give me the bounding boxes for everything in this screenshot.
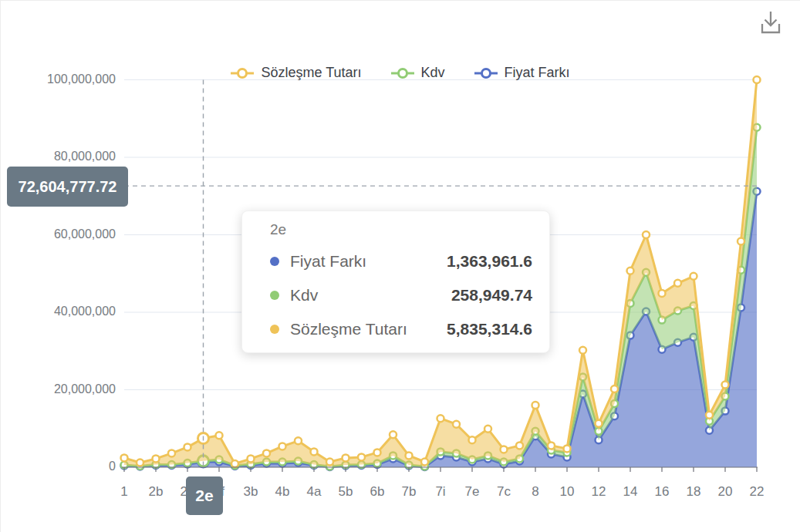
data-point-marker bbox=[437, 415, 444, 422]
series-dot-kdv bbox=[270, 291, 279, 300]
tooltip-row: Kdv 258,949.74 bbox=[270, 278, 532, 312]
tooltip-title: 2e bbox=[270, 221, 532, 238]
data-point-marker bbox=[295, 437, 302, 444]
data-point-marker bbox=[421, 459, 428, 466]
legend-item-kdv[interactable]: Kdv bbox=[391, 65, 445, 81]
y-axis-pointer-badge: 72,604,777.72 bbox=[7, 167, 128, 207]
tooltip-row: Sözleşme Tutarı 5,835,314.6 bbox=[270, 312, 532, 346]
data-point-marker bbox=[358, 453, 365, 460]
data-point-marker bbox=[548, 442, 555, 449]
y-axis-label: 40,000,000 bbox=[54, 305, 116, 318]
data-point-marker bbox=[579, 347, 586, 354]
data-point-marker bbox=[248, 455, 255, 462]
data-point-marker bbox=[263, 450, 270, 456]
tooltip-row: Fiyat Farkı 1,363,961.6 bbox=[270, 244, 532, 278]
data-point-marker bbox=[469, 436, 476, 443]
data-point-marker bbox=[390, 431, 397, 438]
data-point-marker bbox=[121, 454, 128, 461]
data-point-marker bbox=[516, 442, 523, 449]
y-axis-label: 60,000,000 bbox=[54, 227, 116, 241]
data-point-marker bbox=[453, 421, 460, 428]
y-axis-label: 0 bbox=[109, 460, 116, 473]
x-axis bbox=[122, 467, 758, 472]
x-axis-label: 22 bbox=[726, 484, 788, 500]
y-axis-label: 20,000,000 bbox=[54, 382, 116, 396]
tooltip-series-value: 5,835,314.6 bbox=[447, 320, 532, 338]
legend-item-label: Kdv bbox=[421, 65, 445, 81]
tooltip-series-label: Fiyat Farkı bbox=[290, 252, 366, 271]
data-point-marker bbox=[501, 446, 508, 453]
series-dot-sozlesme-tutari bbox=[270, 325, 279, 334]
data-point-marker bbox=[216, 432, 223, 439]
data-point-marker bbox=[153, 455, 160, 462]
tooltip-series-label: Kdv bbox=[290, 286, 318, 305]
data-point-marker bbox=[611, 386, 618, 392]
data-point-marker bbox=[326, 459, 333, 466]
download-icon bbox=[758, 9, 783, 37]
data-point-marker bbox=[343, 454, 349, 461]
y-axis-label: 80,000,000 bbox=[54, 150, 116, 163]
legend-item-sozlesme-tutari[interactable]: Sözleşme Tutarı bbox=[231, 65, 361, 81]
legend-item-label: Sözleşme Tutarı bbox=[261, 65, 361, 81]
data-point-marker bbox=[184, 443, 191, 450]
download-button[interactable] bbox=[758, 9, 783, 37]
chart-tooltip: 2e Fiyat Farkı 1,363,961.6 Kdv 258,949.7… bbox=[241, 210, 550, 353]
data-point-marker bbox=[674, 280, 681, 287]
legend-marker-icon bbox=[474, 67, 498, 79]
data-point-marker bbox=[484, 426, 491, 433]
data-point-marker bbox=[690, 273, 697, 280]
data-point-marker bbox=[596, 420, 603, 427]
data-point-marker bbox=[279, 443, 286, 450]
x-axis-pointer-badge: 2e bbox=[186, 476, 223, 515]
data-point-marker bbox=[311, 448, 318, 455]
data-point-marker bbox=[374, 449, 381, 456]
data-point-marker bbox=[231, 460, 238, 467]
data-point-marker bbox=[532, 402, 539, 409]
chart-legend: Sözleşme TutarıKdvFiyat Farkı bbox=[1, 65, 800, 81]
series-dot-fiyat-farki bbox=[270, 257, 279, 266]
tooltip-series-label: Sözleşme Tutarı bbox=[290, 320, 407, 338]
tooltip-series-value: 258,949.74 bbox=[451, 286, 532, 305]
legend-item-label: Fiyat Farkı bbox=[505, 65, 570, 81]
legend-item-fiyat-farki[interactable]: Fiyat Farkı bbox=[474, 65, 570, 81]
data-point-marker bbox=[137, 460, 143, 466]
legend-marker-icon bbox=[391, 67, 414, 79]
chart-container: Sözleşme TutarıKdvFiyat Farkı 72,604,777… bbox=[0, 0, 800, 532]
legend-marker-icon bbox=[231, 67, 254, 79]
data-point-marker bbox=[406, 452, 413, 459]
data-point-marker bbox=[168, 450, 175, 456]
tooltip-series-value: 1,363,961.6 bbox=[447, 252, 532, 271]
data-point-marker bbox=[564, 445, 571, 452]
data-point-marker bbox=[659, 290, 666, 297]
data-point-marker bbox=[738, 238, 744, 245]
data-point-marker bbox=[706, 412, 713, 419]
data-point-marker bbox=[722, 382, 729, 389]
data-point-marker bbox=[627, 268, 634, 274]
data-point-marker bbox=[643, 231, 650, 238]
